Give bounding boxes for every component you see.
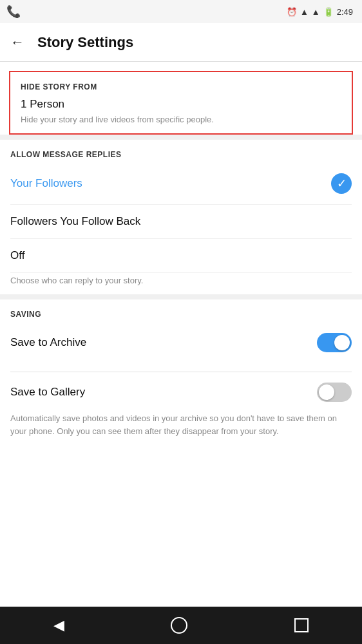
allow-replies-section: ALLOW MESSAGE REPLIES Your Followers ✓ F… (0, 140, 362, 294)
back-button[interactable]: ← (10, 34, 24, 51)
check-circle-icon: ✓ (331, 173, 352, 194)
save-archive-toggle[interactable] (317, 333, 352, 352)
hide-story-section[interactable]: HIDE STORY FROM 1 Person Hide your story… (9, 71, 353, 135)
battery-icon: 🔋 (323, 7, 334, 17)
signal-icon: ▲ (312, 7, 320, 17)
page-title: Story Settings (37, 34, 133, 51)
saving-header: SAVING (10, 310, 352, 319)
reply-option-followers-back-label: Followers You Follow Back (10, 215, 140, 228)
save-gallery-toggle[interactable] (317, 383, 352, 402)
app-bar: ← Story Settings (0, 23, 362, 62)
alarm-icon: ⏰ (287, 7, 297, 17)
status-icons: ⏰ ▲ ▲ 🔋 2:49 (287, 7, 353, 17)
save-gallery-label: Save to Gallery (10, 386, 85, 399)
section-divider-1 (0, 135, 362, 140)
saving-section: SAVING Save to Archive Save to Gallery A… (0, 299, 362, 446)
wifi-icon: ▲ (300, 7, 309, 17)
nav-back-icon: ◀ (53, 617, 64, 634)
reply-option-off[interactable]: Off (10, 239, 352, 273)
time-display: 2:49 (337, 7, 353, 17)
save-archive-label: Save to Archive (10, 336, 86, 349)
hide-story-count: 1 Person (21, 98, 341, 111)
reply-option-followers-label: Your Followers (10, 177, 82, 190)
save-archive-row: Save to Archive (10, 323, 352, 363)
status-bar: 📞 ⏰ ▲ ▲ 🔋 2:49 (0, 0, 362, 23)
toggle-knob-gallery (319, 384, 334, 400)
saving-description: Automatically save photos and videos in … (10, 412, 352, 446)
toggle-knob-archive (334, 335, 350, 350)
reply-option-off-label: Off (10, 249, 24, 262)
nav-back-button[interactable]: ◀ (41, 612, 77, 639)
section-divider-2 (0, 294, 362, 299)
hide-story-description: Hide your story and live videos from spe… (21, 115, 341, 124)
hide-story-header: HIDE STORY FROM (21, 82, 341, 91)
nav-recents-icon (294, 618, 309, 632)
reply-option-followers-back[interactable]: Followers You Follow Back (10, 205, 352, 239)
phone-icon: 📞 (6, 5, 21, 19)
nav-home-button[interactable] (158, 612, 200, 639)
reply-description: Choose who can reply to your story. (10, 273, 352, 294)
allow-replies-header: ALLOW MESSAGE REPLIES (10, 150, 352, 159)
nav-bar: ◀ (0, 607, 362, 644)
reply-option-followers[interactable]: Your Followers ✓ (10, 163, 352, 205)
content-area: HIDE STORY FROM 1 Person Hide your story… (0, 62, 362, 607)
save-gallery-row: Save to Gallery (10, 372, 352, 412)
nav-recents-button[interactable] (281, 613, 321, 638)
nav-home-icon (171, 617, 187, 634)
